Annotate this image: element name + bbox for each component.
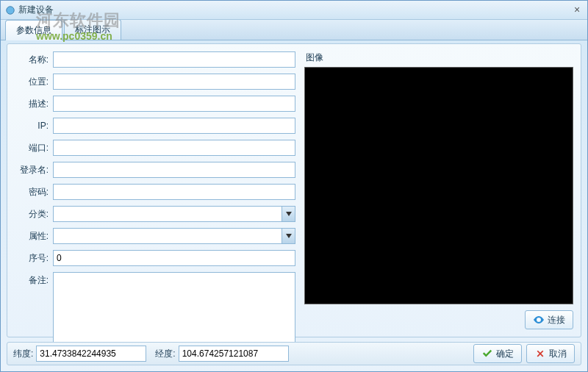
image-preview [304, 67, 573, 304]
input-port[interactable] [53, 140, 295, 156]
image-label: 图像 [304, 51, 573, 64]
x-icon [534, 348, 546, 360]
app-icon [5, 5, 15, 15]
input-password[interactable] [53, 184, 295, 200]
textarea-remark[interactable] [53, 272, 295, 353]
label-port: 端口: [15, 142, 53, 154]
input-position[interactable] [53, 74, 295, 90]
label-position: 位置: [15, 76, 53, 88]
label-remark: 备注: [15, 272, 53, 287]
cancel-button-label: 取消 [549, 348, 567, 360]
tab-annotation[interactable]: 标注图示 [64, 19, 121, 40]
form-area: 名称: 位置: 描述: IP: 端口: 登录名: 密码: [15, 51, 304, 329]
eye-icon [533, 314, 545, 326]
label-ip: IP: [15, 121, 53, 131]
image-area: 图像 连接 [304, 51, 573, 329]
label-attribute: 属性: [15, 230, 53, 243]
ok-button[interactable]: 确定 [473, 344, 522, 363]
select-attribute[interactable] [53, 228, 295, 244]
input-name[interactable] [53, 51, 295, 68]
row-name: 名称: [15, 51, 295, 68]
tab-bar: 参数信息 标注图示 [1, 20, 587, 40]
row-attribute: 属性: [15, 228, 295, 244]
close-button[interactable]: × [571, 4, 583, 16]
check-icon [481, 348, 493, 360]
input-login[interactable] [53, 162, 295, 178]
footer: 纬度: 经度: 确定 取消 [7, 342, 581, 365]
image-actions: 连接 [304, 304, 573, 329]
label-password: 密码: [15, 186, 53, 198]
label-latitude: 纬度: [13, 348, 33, 360]
tab-param-info[interactable]: 参数信息 [5, 20, 62, 40]
input-latitude[interactable] [36, 346, 146, 362]
label-serial: 序号: [15, 252, 53, 265]
input-ip[interactable] [53, 118, 295, 134]
label-description: 描述: [15, 98, 53, 110]
connect-button-label: 连接 [548, 314, 565, 326]
window-title: 新建设备 [18, 4, 54, 16]
label-longitude: 经度: [155, 348, 175, 360]
row-category: 分类: [15, 206, 295, 222]
svg-point-1 [538, 319, 540, 321]
label-name: 名称: [15, 54, 53, 66]
connect-button[interactable]: 连接 [525, 310, 573, 329]
row-remark: 备注: [15, 272, 295, 353]
row-position: 位置: [15, 74, 295, 90]
row-password: 密码: [15, 184, 295, 200]
row-serial: 序号: [15, 250, 295, 266]
titlebar: 新建设备 × [1, 1, 587, 20]
label-category: 分类: [15, 208, 53, 221]
chevron-down-icon [282, 207, 295, 221]
input-serial[interactable] [53, 250, 295, 266]
row-ip: IP: [15, 118, 295, 134]
row-login: 登录名: [15, 162, 295, 178]
label-login: 登录名: [15, 164, 53, 176]
row-port: 端口: [15, 140, 295, 156]
select-category[interactable] [53, 206, 295, 222]
input-longitude[interactable] [179, 346, 289, 362]
cancel-button[interactable]: 取消 [526, 344, 575, 363]
row-description: 描述: [15, 96, 295, 112]
ok-button-label: 确定 [496, 348, 514, 360]
input-description[interactable] [53, 96, 295, 112]
chevron-down-icon [282, 229, 295, 243]
content-panel: 名称: 位置: 描述: IP: 端口: 登录名: 密码: [7, 43, 581, 337]
svg-point-0 [7, 6, 15, 14]
